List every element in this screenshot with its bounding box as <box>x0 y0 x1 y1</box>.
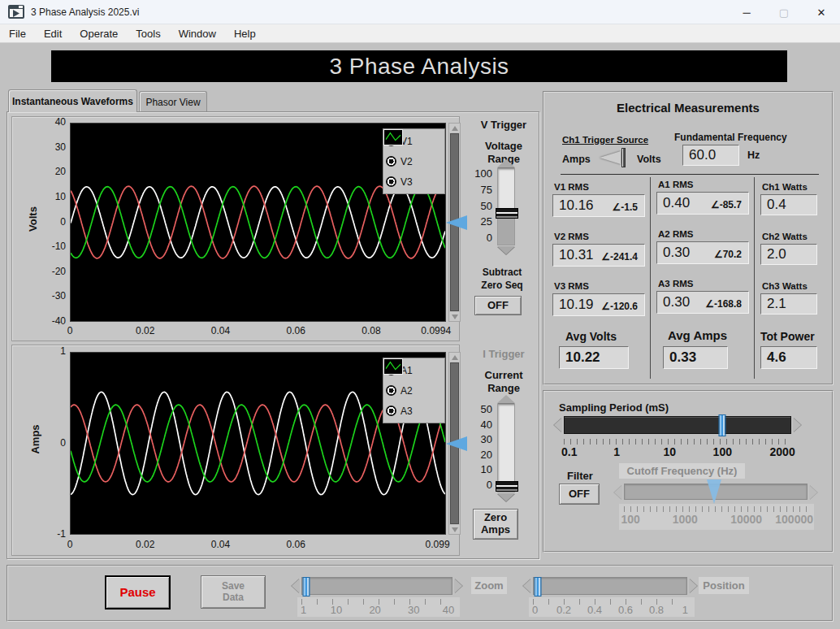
voltage-range-slider[interactable] <box>497 168 515 245</box>
v-trigger-section: V Trigger Voltage Range 10075 5025 0 Sub… <box>465 114 539 341</box>
tab-phasor-view[interactable]: Phasor View <box>139 91 207 112</box>
cutoff-decrement-icon[interactable] <box>614 485 622 500</box>
maximize-button[interactable]: ▢ <box>765 0 803 24</box>
filter-button[interactable]: OFF <box>559 484 600 505</box>
plot-visible-radio-icon[interactable] <box>386 406 396 416</box>
menu-help[interactable]: Help <box>225 28 265 40</box>
menu-operate[interactable]: Operate <box>71 28 127 40</box>
position-scale: 00.20.40.60.81 <box>533 604 687 617</box>
trigger-source-label: Ch1 Trigger Source <box>562 135 648 145</box>
scale-tick-label: 1000 <box>673 513 698 526</box>
avg-volts-display[interactable]: 10.22 <box>559 346 629 369</box>
range-increment-icon[interactable] <box>497 159 515 167</box>
menu-file[interactable]: File <box>0 28 35 40</box>
cutoff-frequency-slider[interactable] <box>624 484 808 500</box>
current-range-handle[interactable] <box>496 481 518 492</box>
volts-plot-area[interactable]: V1 V2 V3 <box>70 123 446 322</box>
a2-rms-label: A2 RMS <box>658 229 693 239</box>
a1-rms-display[interactable]: 0.40 ∠-85.7 <box>656 192 749 215</box>
x-tick-label: 0 <box>67 325 73 336</box>
minimize-button[interactable]: ─ <box>728 0 765 24</box>
legend-item-v2[interactable]: V2 <box>386 151 442 171</box>
scroll-up-icon[interactable] <box>449 124 460 132</box>
sampling-increment-icon[interactable] <box>793 418 801 432</box>
voltage-range-label: Voltage <box>471 140 536 152</box>
zoom-handle[interactable] <box>303 577 310 596</box>
cutoff-increment-icon[interactable] <box>809 485 817 500</box>
legend-item-v3[interactable]: V3 <box>386 171 442 192</box>
sampling-period-handle[interactable] <box>718 414 725 436</box>
close-button[interactable]: ✕ <box>803 0 840 24</box>
labview-vi-icon <box>8 5 24 19</box>
save-data-button[interactable]: SaveData <box>201 575 266 609</box>
legend-item-a3[interactable]: A3 <box>386 401 442 421</box>
x-tick-label: 0 <box>67 539 73 550</box>
fundamental-frequency-display[interactable]: 60.0 <box>682 145 739 166</box>
menu-window[interactable]: Window <box>170 28 225 40</box>
subtract-zero-seq-button[interactable]: OFF <box>474 296 522 315</box>
zoom-decrement-icon[interactable] <box>292 579 300 593</box>
amps-column: A1 RMS 0.40 ∠-85.7 A2 RMS 0.30 ∠70.2 A3 … <box>656 177 749 379</box>
a3-rms-display[interactable]: 0.30 ∠-168.8 <box>656 291 749 314</box>
voltage-range-scale: 10075 5025 0 <box>470 167 492 244</box>
plot-visible-radio-icon[interactable] <box>386 156 396 167</box>
zoom-label: Zoom <box>471 577 507 594</box>
pause-button[interactable]: Pause <box>106 576 170 609</box>
plot-style-glyph[interactable] <box>383 358 403 375</box>
scale-tick-label: 0.2 <box>556 604 571 616</box>
divider <box>561 174 819 175</box>
ch3-watts-display[interactable]: 2.1 <box>760 293 817 314</box>
cutoff-frequency-label: Cutoff Frequency (Hz) <box>619 463 745 479</box>
range-decrement-icon[interactable] <box>497 493 515 501</box>
scale-tick-label: 30 <box>408 604 419 616</box>
position-handle[interactable] <box>535 577 542 596</box>
switch-handle[interactable] <box>621 148 626 167</box>
v3-rms-label: V3 RMS <box>554 281 589 291</box>
range-increment-icon[interactable] <box>497 395 515 403</box>
plot-visible-radio-icon[interactable] <box>386 176 396 187</box>
subtract-zero-seq-label: Subtract Zero Seq <box>466 267 538 292</box>
avg-amps-display[interactable]: 0.33 <box>663 346 728 369</box>
x-tick-label: 0.06 <box>287 325 305 336</box>
zero-amps-button[interactable]: ZeroAmps <box>473 509 518 540</box>
ch2-watts-display[interactable]: 2.0 <box>760 244 817 265</box>
trigger-source-switch[interactable] <box>595 148 635 167</box>
tot-power-display[interactable]: 4.6 <box>760 346 817 369</box>
tab-instantaneous-waveforms[interactable]: Instantaneous Waveforms <box>8 89 137 112</box>
v2-rms-display[interactable]: 10.31 ∠-241.4 <box>552 244 645 267</box>
menu-edit[interactable]: Edit <box>35 28 71 40</box>
scroll-down-icon[interactable] <box>449 525 460 534</box>
zoom-increment-icon[interactable] <box>454 579 462 593</box>
banner-title: 3 Phase Analysis <box>329 54 509 80</box>
position-increment-icon[interactable] <box>689 579 697 593</box>
volts-x-ticks: 00.020.040.060.080.0994 <box>70 325 444 338</box>
cutoff-scale: 100100010000100000 <box>624 513 808 526</box>
plot-style-glyph[interactable] <box>383 129 403 145</box>
menu-tools[interactable]: Tools <box>127 28 169 40</box>
a2-rms-display[interactable]: 0.30 ∠70.2 <box>656 241 749 264</box>
sampling-decrement-icon[interactable] <box>554 418 562 432</box>
scroll-down-icon[interactable] <box>449 312 460 321</box>
fundamental-frequency-label: Fundamental Frequency <box>674 132 787 143</box>
plot-visible-radio-icon[interactable] <box>386 385 396 396</box>
zoom-slider[interactable] <box>301 577 452 595</box>
cutoff-frequency-handle[interactable] <box>707 479 721 504</box>
ch1-watts-display[interactable]: 0.4 <box>760 194 817 215</box>
voltage-range-handle[interactable] <box>496 208 518 219</box>
ch1-watts-label: Ch1 Watts <box>762 182 808 192</box>
v3-rms-display[interactable]: 10.19 ∠-120.6 <box>552 293 645 316</box>
position-decrement-icon[interactable] <box>523 579 531 593</box>
position-label: Position <box>699 577 749 594</box>
legend-item-a2[interactable]: A2 <box>386 380 442 401</box>
sampling-period-slider[interactable] <box>564 416 791 434</box>
amps-plot-area[interactable]: A1 A2 A3 <box>70 352 446 535</box>
position-slider[interactable] <box>533 577 687 595</box>
i-trigger-title: I Trigger <box>471 348 536 360</box>
range-decrement-icon[interactable] <box>497 246 515 254</box>
avg-amps-label: Avg Amps <box>668 328 727 342</box>
scroll-up-icon[interactable] <box>449 353 460 362</box>
current-range-slider[interactable] <box>497 404 515 492</box>
trigger-source-volts-label: Volts <box>637 154 661 165</box>
divider <box>754 177 755 379</box>
v1-rms-display[interactable]: 10.16 ∠-1.5 <box>552 194 645 217</box>
